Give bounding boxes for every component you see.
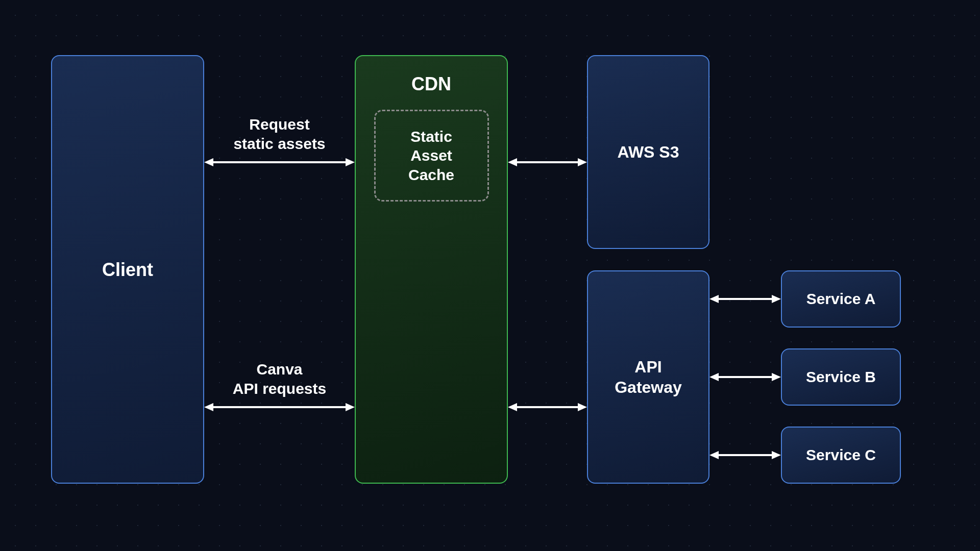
arrow-cdn-s3: [508, 157, 587, 167]
svg-marker-5: [346, 403, 355, 411]
svg-marker-20: [772, 451, 781, 459]
node-cdn-label: CDN: [411, 72, 451, 95]
node-service-c-label: Service C: [806, 445, 876, 465]
node-static-cache-label: Static Asset Cache: [408, 127, 454, 185]
arrow-client-cdn-static: [204, 157, 355, 167]
arrow-client-cdn-api: [204, 402, 355, 412]
node-static-cache: Static Asset Cache: [374, 110, 489, 202]
svg-marker-13: [709, 295, 719, 303]
svg-marker-1: [204, 158, 213, 166]
connector-label-static: Request static assets: [204, 115, 355, 153]
node-aws-s3-label: AWS S3: [618, 142, 679, 162]
arrow-apigw-service-c: [709, 450, 781, 460]
node-service-a: Service A: [781, 270, 901, 328]
node-service-c: Service C: [781, 427, 901, 484]
node-aws-s3: AWS S3: [587, 55, 709, 249]
node-api-gateway: API Gateway: [587, 270, 709, 484]
svg-marker-14: [772, 295, 781, 303]
svg-marker-11: [578, 403, 587, 411]
svg-marker-8: [578, 158, 587, 166]
svg-marker-19: [709, 451, 719, 459]
arrow-apigw-service-a: [709, 294, 781, 304]
node-client: Client: [51, 55, 204, 484]
svg-marker-7: [508, 158, 517, 166]
arrow-cdn-apigw: [508, 402, 587, 412]
connector-label-api: Canva API requests: [204, 360, 355, 398]
node-client-label: Client: [102, 258, 153, 281]
arrow-apigw-service-b: [709, 372, 781, 382]
node-service-b: Service B: [781, 348, 901, 406]
svg-marker-2: [346, 158, 355, 166]
svg-marker-10: [508, 403, 517, 411]
svg-marker-4: [204, 403, 213, 411]
node-service-b-label: Service B: [806, 367, 876, 387]
node-service-a-label: Service A: [806, 289, 876, 309]
node-cdn: CDN Static Asset Cache: [355, 55, 508, 484]
svg-marker-16: [709, 373, 719, 381]
node-api-gateway-label: API Gateway: [615, 357, 682, 397]
svg-marker-17: [772, 373, 781, 381]
